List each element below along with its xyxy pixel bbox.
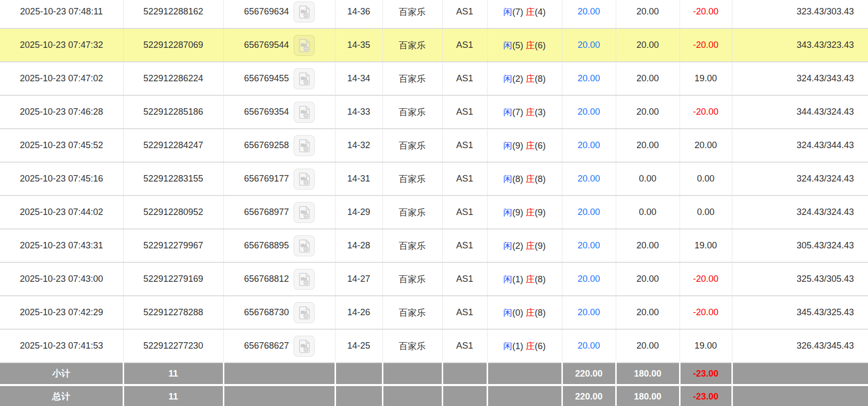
game-id-value: 656769544 — [244, 39, 289, 49]
bet-amount-cell: 20.00 — [562, 329, 616, 363]
banker-result-label: 庄 — [526, 40, 535, 50]
video-replay-icon — [297, 38, 312, 53]
banker-result-score: (8) — [535, 274, 546, 284]
total-empty-cell — [335, 385, 382, 406]
table-name-cell: AS1 — [442, 95, 487, 129]
video-replay-button[interactable] — [294, 235, 315, 256]
table-row[interactable]: 2025-10-23 07:48:11 522912288162 6567696… — [0, 0, 868, 28]
total-row: 总计 11 220.00 180.00 -23.00 — [0, 385, 868, 406]
video-replay-button[interactable] — [294, 68, 315, 89]
video-replay-icon — [297, 305, 312, 320]
subtotal-bet-total: 220.00 — [562, 363, 616, 385]
total-win-total: -23.00 — [680, 385, 732, 406]
table-row[interactable]: 2025-10-23 07:42:29 522912278288 6567687… — [0, 296, 868, 329]
table-name-cell: AS1 — [442, 129, 487, 162]
table-name-cell: AS1 — [442, 196, 487, 229]
subtotal-empty-cell — [487, 363, 562, 385]
video-replay-button[interactable] — [294, 102, 315, 123]
result-cell: 闲(2) 庄(8) — [487, 62, 562, 95]
win-loss-cell: -20.00 — [680, 296, 732, 329]
table-row[interactable]: 2025-10-23 07:47:32 522912287069 6567695… — [0, 28, 868, 62]
table-row[interactable]: 2025-10-23 07:44:02 522912280952 6567689… — [0, 196, 868, 229]
table-row[interactable]: 2025-10-23 07:43:31 522912279967 6567688… — [0, 229, 868, 262]
player-result-score: (2) — [512, 241, 523, 251]
video-replay-icon — [297, 71, 312, 86]
valid-amount-cell: 20.00 — [616, 129, 680, 162]
round-cell: 14-34 — [335, 62, 382, 95]
game-id-cell: 656769354 — [223, 95, 335, 129]
records-body: 2025-10-23 07:48:11 522912288162 6567696… — [0, 0, 868, 363]
table-row[interactable]: 2025-10-23 07:43:00 522912279169 6567688… — [0, 262, 868, 296]
valid-amount-cell: 20.00 — [616, 95, 680, 129]
video-replay-icon — [297, 339, 312, 354]
bet-amount-cell: 20.00 — [562, 0, 616, 28]
total-empty-cell — [223, 385, 335, 406]
player-result-label: 闲 — [503, 74, 512, 84]
order-id-cell: 522912286224 — [123, 62, 223, 95]
game-type-cell: 百家乐 — [382, 0, 442, 28]
balance-cell: 305.43/324.43 — [732, 229, 868, 262]
total-empty-cell — [382, 385, 442, 406]
subtotal-empty-cell — [382, 363, 442, 385]
banker-result-score: (9) — [535, 241, 546, 251]
player-result-label: 闲 — [503, 40, 512, 50]
game-id-cell: 656769634 — [223, 0, 335, 28]
player-result-label: 闲 — [503, 107, 512, 117]
balance-cell: 326.43/345.43 — [732, 329, 868, 363]
banker-result-label: 庄 — [526, 7, 535, 17]
order-id-cell: 522912287069 — [123, 28, 223, 62]
game-id-value: 656768977 — [244, 206, 289, 216]
banker-result-score: (9) — [535, 207, 546, 217]
subtotal-empty-cell — [732, 363, 868, 385]
banker-result-score: (8) — [535, 74, 546, 84]
table-row[interactable]: 2025-10-23 07:45:52 522912284247 6567692… — [0, 129, 868, 162]
video-replay-button[interactable] — [294, 336, 315, 357]
game-id-cell: 656769258 — [223, 129, 335, 162]
win-loss-cell: 19.00 — [680, 62, 732, 95]
banker-result-score: (8) — [535, 308, 546, 318]
bet-amount-cell: 20.00 — [562, 129, 616, 162]
subtotal-empty-cell — [223, 363, 335, 385]
banker-result-score: (6) — [535, 40, 546, 50]
bet-time-cell: 2025-10-23 07:41:53 — [0, 329, 123, 363]
video-replay-icon — [297, 272, 312, 287]
subtotal-empty-cell — [442, 363, 487, 385]
game-type-cell: 百家乐 — [382, 329, 442, 363]
bet-amount-cell: 20.00 — [562, 62, 616, 95]
player-result-label: 闲 — [503, 274, 512, 284]
table-row[interactable]: 2025-10-23 07:46:28 522912285186 6567693… — [0, 95, 868, 129]
table-row[interactable]: 2025-10-23 07:41:53 522912277230 6567686… — [0, 329, 868, 363]
player-result-score: (0) — [512, 308, 523, 318]
game-id-cell: 656768812 — [223, 262, 335, 296]
video-replay-button[interactable] — [294, 1, 315, 22]
win-loss-cell: 20.00 — [680, 129, 732, 162]
order-id-cell: 522912284247 — [123, 129, 223, 162]
balance-cell: 324.43/324.43 — [732, 162, 868, 196]
video-replay-button[interactable] — [294, 202, 315, 223]
banker-result-label: 庄 — [526, 107, 535, 117]
total-empty-cell — [442, 385, 487, 406]
video-replay-button[interactable] — [294, 135, 315, 156]
player-result-score: (8) — [512, 174, 523, 184]
banker-result-label: 庄 — [526, 274, 535, 284]
video-replay-icon — [297, 205, 312, 220]
game-id-cell: 656768977 — [223, 196, 335, 229]
balance-cell: 323.43/303.43 — [732, 0, 868, 28]
video-replay-button[interactable] — [294, 169, 315, 190]
table-row[interactable]: 2025-10-23 07:47:02 522912286224 6567694… — [0, 62, 868, 95]
video-replay-button[interactable] — [294, 269, 315, 290]
bet-amount-cell: 20.00 — [562, 95, 616, 129]
bet-amount-cell: 20.00 — [562, 196, 616, 229]
valid-amount-cell: 20.00 — [616, 229, 680, 262]
game-id-value: 656768627 — [244, 340, 289, 350]
round-cell: 14-26 — [335, 296, 382, 329]
table-name-cell: AS1 — [442, 262, 487, 296]
table-row[interactable]: 2025-10-23 07:45:16 522912283155 6567691… — [0, 162, 868, 196]
video-replay-button[interactable] — [294, 302, 315, 323]
summary-body: 小计 11 220.00 180.00 -23.00 总计 11 — [0, 363, 868, 406]
balance-cell: 324.43/344.43 — [732, 129, 868, 162]
video-replay-button[interactable] — [294, 35, 315, 56]
win-loss-cell: -20.00 — [680, 95, 732, 129]
game-type-cell: 百家乐 — [382, 196, 442, 229]
game-type-cell: 百家乐 — [382, 62, 442, 95]
